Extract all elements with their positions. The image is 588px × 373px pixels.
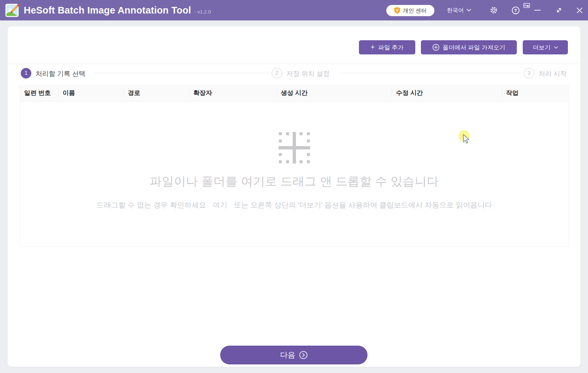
minimize-button[interactable] bbox=[532, 0, 543, 20]
add-files-button[interactable]: + 파일 추가 bbox=[359, 40, 415, 54]
step-2-number: 2 bbox=[276, 70, 279, 76]
circled-plus-icon bbox=[432, 44, 439, 51]
table-header-row: 일련 번호 이름 경로 확장자 생성 시간 수정 시간 작업 bbox=[20, 85, 569, 102]
step-connector bbox=[341, 73, 522, 73]
settings-button[interactable] bbox=[488, 0, 499, 20]
column-header-actions: 작업 bbox=[502, 85, 569, 101]
column-header-path: 경로 bbox=[124, 85, 190, 101]
step-1-number: 1 bbox=[25, 70, 28, 76]
more-button[interactable]: 더보기 bbox=[523, 40, 568, 54]
file-table: 일련 번호 이름 경로 확장자 생성 시간 수정 시간 작업 bbox=[20, 85, 569, 246]
toolbar-divider bbox=[8, 64, 580, 64]
empty-state: 파일이나 폴더를 여기로 드래그 앤 드롭할 수 있습니다 드래그할 수 없는 … bbox=[20, 102, 569, 246]
column-header-name: 이름 bbox=[59, 85, 124, 101]
column-header-modified: 수정 시간 bbox=[392, 85, 502, 101]
add-files-label: 파일 추가 bbox=[378, 44, 403, 51]
step-2-circle: 2 bbox=[272, 68, 282, 78]
step-1-circle: 1 bbox=[21, 68, 31, 78]
step-3-circle: 3 bbox=[524, 68, 534, 78]
next-label: 다음 bbox=[280, 350, 295, 360]
hint-prefix: 드래그할 수 없는 경우 확인하세요 bbox=[97, 201, 206, 209]
titlebar: HeSoft Batch Image Annotation Tool - v1.… bbox=[0, 0, 588, 20]
maximize-icon bbox=[556, 7, 562, 14]
next-button[interactable]: 다음 bbox=[220, 346, 368, 364]
hint-here-link[interactable]: 여기 bbox=[213, 201, 227, 209]
personal-center-label: 개인 센터 bbox=[403, 7, 427, 15]
column-header-created: 생성 시간 bbox=[277, 85, 392, 101]
hint-suffix: 또는 오른쪽 상단의 '더보기' 옵션을 사용하여 클립보드에서 자동으로 읽어… bbox=[234, 201, 492, 209]
float-window-icon bbox=[523, 3, 530, 8]
chevron-down-icon bbox=[467, 9, 471, 12]
close-icon bbox=[576, 7, 583, 14]
column-header-serial: 일련 번호 bbox=[20, 85, 59, 101]
float-window-button[interactable] bbox=[523, 2, 531, 9]
column-header-extension: 확장자 bbox=[189, 85, 277, 101]
drop-hint-subtitle: 드래그할 수 없는 경우 확인하세요 여기 또는 오른쪽 상단의 '더보기' 옵… bbox=[20, 200, 569, 210]
help-button[interactable]: ? bbox=[510, 0, 521, 20]
vip-shield-icon: V bbox=[394, 7, 400, 14]
app-logo-icon bbox=[5, 4, 19, 17]
main-card: + 파일 추가 폴더에서 파일 가져오기 더보기 1 처리할 기록 선택 2 저… bbox=[8, 26, 580, 367]
import-from-folder-button[interactable]: 폴더에서 파일 가져오기 bbox=[421, 40, 517, 54]
more-label: 더보기 bbox=[533, 44, 551, 51]
language-label: 한국어 bbox=[447, 7, 464, 14]
arrow-right-circle-icon bbox=[299, 351, 308, 359]
step-3-label: 처리 시작 bbox=[539, 69, 567, 78]
step-connector bbox=[94, 73, 269, 73]
minimize-icon bbox=[534, 10, 541, 11]
maximize-button[interactable] bbox=[554, 0, 564, 20]
close-button[interactable] bbox=[574, 0, 585, 20]
step-2-label: 저장 위치 설정 bbox=[286, 69, 330, 78]
drop-hint-title: 파일이나 폴더를 여기로 드래그 앤 드롭할 수 있습니다 bbox=[20, 173, 569, 190]
import-from-folder-label: 폴더에서 파일 가져오기 bbox=[443, 44, 505, 51]
svg-text:V: V bbox=[396, 8, 398, 13]
plus-icon: + bbox=[371, 44, 375, 51]
app-title: HeSoft Batch Image Annotation Tool bbox=[24, 5, 191, 16]
drop-zone[interactable]: 파일이나 폴더를 여기로 드래그 앤 드롭할 수 있습니다 드래그할 수 없는 … bbox=[20, 102, 569, 246]
step-3-number: 3 bbox=[528, 70, 531, 76]
help-icon: ? bbox=[512, 7, 519, 14]
step-indicator: 1 처리할 기록 선택 2 저장 위치 설정 3 처리 시작 bbox=[8, 68, 580, 78]
chevron-down-icon bbox=[554, 46, 558, 49]
drop-target-icon bbox=[279, 132, 310, 164]
app-version: - v1.2.0 bbox=[194, 9, 211, 15]
personal-center-button[interactable]: V 개인 센터 bbox=[386, 5, 434, 16]
gear-icon bbox=[490, 6, 498, 14]
step-1-label: 처리할 기록 선택 bbox=[36, 69, 85, 78]
language-selector[interactable]: 한국어 bbox=[447, 0, 471, 20]
